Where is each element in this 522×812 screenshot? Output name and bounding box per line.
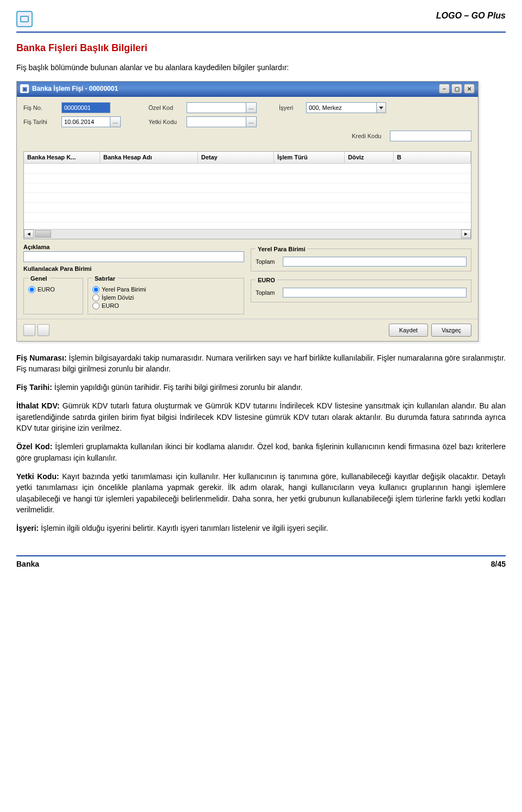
satirlar-radio-0[interactable]: Yerel Para Birimi [92,286,239,293]
isyeri-label: İşyeri [279,104,306,111]
app-window: ▣ Banka İşlem Fişi - 00000001 – ▢ ✕ Fiş … [16,81,478,342]
fisno-input[interactable] [61,102,110,113]
euro-toplam-value [283,288,467,297]
yetkikodu-input[interactable] [187,116,246,127]
page-header: LOGO – GO Plus [16,11,506,33]
toplam-label-2: Toplam [256,289,283,296]
paragraph-yetkikodu: Yetki Kodu: Kayıt bazında yetki tanımlam… [16,471,506,515]
table-row[interactable] [24,164,471,173]
yetkikodu-lookup-button[interactable]: … [246,116,257,127]
paragraph-ithalatkdv: İthalat KDV: Gümrük KDV tutarlı fatura o… [16,400,506,433]
kredikodu-input[interactable] [390,131,471,141]
scroll-left-button[interactable]: ◄ [24,230,34,238]
ozelkod-label: Özel Kod [148,104,187,111]
genel-legend: Genel [28,275,49,282]
footer-icon-1[interactable] [23,324,35,336]
grid-col-3[interactable]: İşlem Türü [274,152,345,163]
satirlar-fieldset: Satırlar Yerel Para Birimi İşlem Dövizi … [88,275,244,314]
yerelpb-legend: Yerel Para Birimi [256,246,307,252]
paragraph-ozelkod: Özel Kod: İşlemleri gruplamakta kullanıl… [16,441,506,463]
close-button[interactable]: ✕ [464,84,475,94]
page-footer: Banka 8/45 [16,555,506,568]
euro-fieldset: EURO Toplam [251,277,471,302]
satirlar-radio-2-input[interactable] [92,302,100,309]
satirlar-radio-0-input[interactable] [92,286,100,293]
table-row[interactable] [24,213,471,222]
scroll-right-button[interactable]: ► [461,230,471,238]
window-footer: Kaydet Vazgeç [17,319,478,341]
genel-euro-radio[interactable]: EURO [28,286,78,293]
genel-fieldset: Genel EURO [23,275,83,314]
grid-col-4[interactable]: Döviz [345,152,394,163]
footer-left: Banka [16,560,39,568]
window-icon: ▣ [20,84,29,93]
genel-euro-radio-input[interactable] [28,286,35,293]
aciklama-label: Açıklama [23,244,244,250]
euro-legend: EURO [256,277,277,283]
satirlar-radio-1-input[interactable] [92,294,100,301]
lower-panel: Açıklama Kullanılacak Para Birimi Genel … [17,239,478,319]
intro-text: Fiş başlık bölümünde bulunan alanlar ve … [16,63,506,73]
grid-col-5[interactable]: B [394,152,471,163]
table-row[interactable] [24,203,471,213]
window-title: Banka İşlem Fişi - 00000001 [32,85,118,92]
logo-icon [16,11,33,27]
fistarihi-label: Fiş Tarihi [23,119,61,125]
grid-body[interactable] [24,164,471,229]
grid-col-1[interactable]: Banka Hesap Adı [100,152,198,163]
paragraph-isyeri: İşyeri: İşlemin ilgili olduğu işyerini b… [16,523,506,534]
scroll-thumb[interactable] [35,230,51,238]
satirlar-radio-1[interactable]: İşlem Dövizi [92,294,239,301]
minimize-button[interactable]: – [439,84,450,94]
titlebar: ▣ Banka İşlem Fişi - 00000001 – ▢ ✕ [17,82,478,97]
table-row[interactable] [24,173,471,183]
footer-right: 8/45 [491,560,506,568]
form-area: Fiş No. Özel Kod … İşyeri Fiş Tarihi … Y… [17,97,478,148]
paragraph-fistarihi: Fiş Tarihi: İşlemin yapıldığı günün tari… [16,382,506,393]
section-title: Banka Fişleri Başlık Bilgileri [16,42,506,54]
product-title: LOGO – GO Plus [436,11,506,21]
footer-icon-2[interactable] [38,324,49,336]
yetkikodu-label: Yetki Kodu [148,119,187,125]
grid-col-2[interactable]: Detay [198,152,274,163]
isyeri-dropdown-button[interactable] [376,102,386,113]
aciklama-input[interactable] [23,251,244,262]
grid-col-0[interactable]: Banka Hesap K... [24,152,100,163]
satirlar-legend: Satırlar [92,275,117,282]
kullanilacak-label: Kullanılacak Para Birimi [23,265,244,272]
cancel-button[interactable]: Vazgeç [431,324,471,337]
satirlar-radio-2[interactable]: EURO [92,302,239,309]
table-row[interactable] [24,183,471,193]
detail-grid[interactable]: Banka Hesap K... Banka Hesap Adı Detay İ… [23,151,471,239]
yerelpb-fieldset: Yerel Para Birimi Toplam [251,246,471,271]
paragraph-fisno: Fiş Numarası: İşlemin bilgisayardaki tak… [16,352,506,375]
grid-header: Banka Hesap K... Banka Hesap Adı Detay İ… [24,152,471,164]
kredikodu-label: Kredi Kodu [352,133,390,139]
fistarihi-input[interactable] [61,116,110,127]
save-button[interactable]: Kaydet [389,324,428,337]
fistarihi-lookup-button[interactable]: … [110,116,121,127]
isyeri-input[interactable] [306,102,377,113]
ozelkod-input[interactable] [187,102,246,113]
yerelpb-toplam-value [283,257,467,266]
fisno-label: Fiş No. [23,104,61,111]
horizontal-scrollbar[interactable]: ◄ ► [24,229,471,239]
maximize-button[interactable]: ▢ [451,84,462,94]
table-row[interactable] [24,193,471,203]
toplam-label-1: Toplam [256,258,283,265]
ozelkod-lookup-button[interactable]: … [246,102,257,113]
